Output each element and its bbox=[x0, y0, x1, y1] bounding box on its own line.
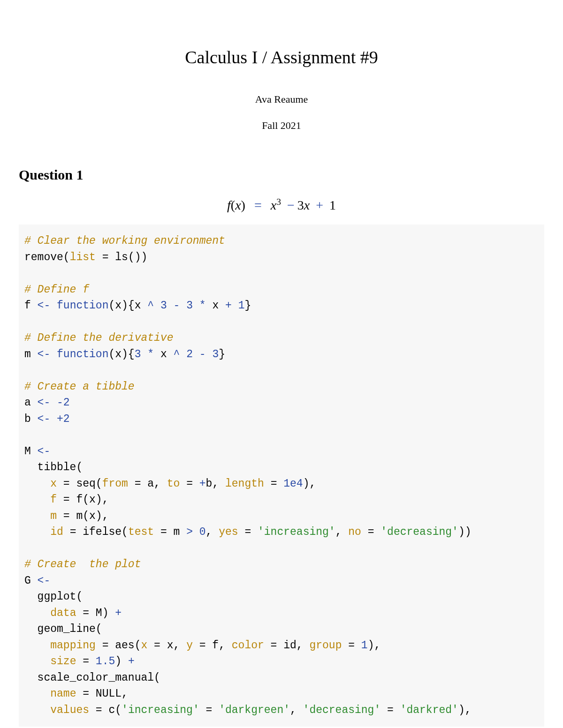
code-comment: # Create a tibble bbox=[24, 381, 135, 393]
section-heading: Question 1 bbox=[19, 167, 544, 183]
author: Ava Reaume bbox=[19, 93, 544, 105]
document-page: Calculus I / Assignment #9 Ava Reaume Fa… bbox=[0, 0, 563, 728]
equation: f(x) = x3 −3x + 1 bbox=[19, 197, 544, 213]
code-comment: # Clear the working environment bbox=[24, 235, 225, 247]
code-comment: # Define f bbox=[24, 284, 89, 296]
date: Fall 2021 bbox=[19, 120, 544, 132]
page-title: Calculus I / Assignment #9 bbox=[19, 47, 544, 68]
code-block: # Clear the working environment remove(l… bbox=[19, 225, 544, 727]
code-comment: # Define the derivative bbox=[24, 332, 173, 344]
code-comment: # Create the plot bbox=[24, 558, 141, 570]
